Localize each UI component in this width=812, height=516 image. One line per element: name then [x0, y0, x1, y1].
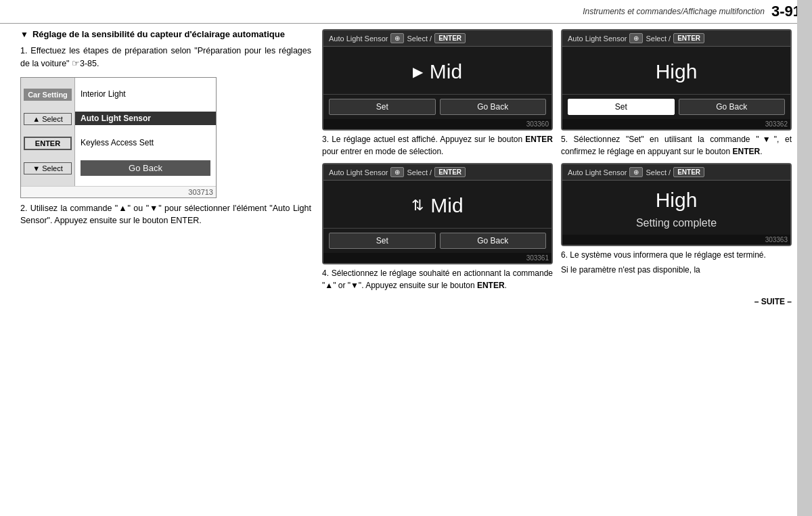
- mfd-body-1: ▶ Mid: [323, 47, 551, 94]
- mfd-set-btn-1[interactable]: Set: [329, 99, 436, 115]
- mfd-goback-btn-1[interactable]: Go Back: [440, 99, 547, 115]
- mfd-goback-btn-2[interactable]: Go Back: [440, 233, 547, 249]
- menu-item-interior-light[interactable]: Interior Light: [75, 87, 216, 101]
- mfd-enter-btn-4: ENTER: [673, 167, 704, 177]
- section-title-text: Réglage de la sensibilité du capteur d'é…: [32, 29, 285, 39]
- mfd-header-1: Auto Light Sensor ⊕ Select / ENTER: [323, 30, 551, 47]
- mfd-setting-complete: Setting complete: [636, 217, 717, 229]
- mfd-set-btn-2[interactable]: Set: [329, 233, 436, 249]
- screenshot-col-2: Auto Light Sensor ⊕ Select / ENTER High …: [561, 29, 792, 291]
- mfd-value-3: High: [656, 60, 698, 83]
- mfd-screen-1: Auto Light Sensor ⊕ Select / ENTER ▶ Mid…: [322, 29, 553, 158]
- mfd-footer-1: Set Go Back: [323, 94, 551, 119]
- mfd-body-4: High Setting complete: [562, 181, 790, 235]
- caption-4-line2: Si le paramètre n'est pas disponible, la: [561, 264, 792, 276]
- mfd-select-text-4: Select /: [646, 168, 671, 177]
- mfd-arrow-right-icon-1: ▶: [413, 64, 423, 80]
- car-setting-label: Car Setting: [24, 89, 72, 101]
- suite-text: – SUITE –: [754, 297, 792, 306]
- mfd-enter-btn-1: ENTER: [434, 33, 466, 43]
- mfd-header-2: Auto Light Sensor ⊕ Select / ENTER: [323, 164, 551, 181]
- mfd-footer-2: Set Go Back: [323, 228, 551, 253]
- left-column: ▼ Réglage de la sensibilité du capteur d…: [20, 29, 311, 291]
- caption-4-line1: 6. Le système vous informera que le régl…: [561, 249, 792, 261]
- mfd-goback-btn-3[interactable]: Go Back: [679, 99, 786, 115]
- mfd-arrows-updown-icon-2: ⇅: [411, 197, 424, 214]
- mfd-screen-4: Auto Light Sensor ⊕ Select / ENTER High …: [561, 163, 792, 276]
- mfd-enter-btn-3: ENTER: [673, 33, 704, 43]
- mfd-label-2: Auto Light Sensor: [329, 168, 388, 177]
- mfd-display-3: Auto Light Sensor ⊕ Select / ENTER High …: [561, 29, 792, 131]
- mfd-screen-3: Auto Light Sensor ⊕ Select / ENTER High …: [561, 29, 792, 158]
- step1-text: 1. Effectuez les étapes de préparation s…: [20, 45, 311, 70]
- select-down-btn[interactable]: ▼ Select: [24, 162, 72, 174]
- mfd-select-icon-4: ⊕: [629, 167, 643, 177]
- suite-footer: – SUITE –: [0, 297, 812, 306]
- mfd-select-icon-1: ⊕: [390, 33, 404, 43]
- sidebar-strip: [797, 0, 812, 516]
- content-area: ▼ Réglage de la sensibilité du capteur d…: [0, 29, 812, 291]
- page-header: Instruments et commandes/Affichage multi…: [0, 0, 812, 24]
- mfd-select-icon-3: ⊕: [629, 33, 643, 43]
- step2-text: 2. Utilisez la commande "▲" ou "▼" pour …: [20, 202, 311, 228]
- mfd-select-text-1: Select /: [407, 34, 432, 43]
- mfd-enter-btn-2: ENTER: [434, 167, 466, 177]
- mfd-header-4: Auto Light Sensor ⊕ Select / ENTER: [562, 164, 790, 181]
- mfd-value-1: Mid: [430, 60, 462, 83]
- mfd-set-btn-3[interactable]: Set: [568, 99, 675, 115]
- mfd-code-4: 303363: [562, 235, 790, 245]
- menu-item-go-back[interactable]: Go Back: [81, 160, 210, 176]
- mfd-body-3: High: [562, 47, 790, 94]
- menu-item-keyless-access[interactable]: Keyless Access Sett: [75, 136, 216, 149]
- car-setting-screen: Car Setting ▲ Select ENTER ▼ Select Inte…: [20, 77, 217, 198]
- mfd-display-1: Auto Light Sensor ⊕ Select / ENTER ▶ Mid…: [322, 29, 553, 131]
- mfd-screen-2: Auto Light Sensor ⊕ Select / ENTER ⇅ Mid…: [322, 163, 553, 291]
- car-screen-inner: Car Setting ▲ Select ENTER ▼ Select Inte…: [21, 78, 216, 186]
- screenshot-col-1: Auto Light Sensor ⊕ Select / ENTER ▶ Mid…: [322, 29, 553, 291]
- mfd-select-text-2: Select /: [407, 168, 432, 177]
- mfd-label-4: Auto Light Sensor: [568, 168, 627, 177]
- mfd-code-1: 303360: [323, 119, 551, 129]
- mfd-select-icon-2: ⊕: [390, 167, 404, 177]
- page-container: Instruments et commandes/Affichage multi…: [0, 0, 812, 516]
- mfd-code-2: 303361: [323, 253, 551, 263]
- caption-1: 3. Le réglage actuel est affiché. Appuye…: [322, 133, 553, 158]
- mfd-display-4: Auto Light Sensor ⊕ Select / ENTER High …: [561, 163, 792, 246]
- menu-item-auto-light-sensor[interactable]: Auto Light Sensor: [75, 112, 216, 125]
- right-columns: Auto Light Sensor ⊕ Select / ENTER ▶ Mid…: [322, 29, 792, 291]
- mfd-label-1: Auto Light Sensor: [329, 34, 388, 43]
- header-section-text: Instruments et commandes/Affichage multi…: [583, 7, 765, 16]
- mfd-body-2: ⇅ Mid: [323, 181, 551, 228]
- mfd-value-2: Mid: [430, 194, 463, 217]
- car-screen-code: 303713: [21, 186, 216, 197]
- caption-3: 5. Sélectionnez "Set" en utilisant la co…: [561, 133, 792, 158]
- mfd-display-2: Auto Light Sensor ⊕ Select / ENTER ⇅ Mid…: [322, 163, 553, 264]
- section-triangle-icon: ▼: [20, 30, 28, 39]
- car-screen-menu: Interior Light Auto Light Sensor Keyless…: [75, 78, 216, 186]
- mfd-header-3: Auto Light Sensor ⊕ Select / ENTER: [562, 30, 790, 47]
- mfd-footer-3: Set Go Back: [562, 94, 790, 119]
- car-screen-left-panel: Car Setting ▲ Select ENTER ▼ Select: [21, 78, 75, 186]
- mfd-code-3: 303362: [562, 119, 790, 129]
- caption-2: 4. Sélectionnez le réglage souhaité en a…: [322, 267, 553, 291]
- select-up-btn[interactable]: ▲ Select: [24, 113, 72, 125]
- mfd-label-3: Auto Light Sensor: [568, 34, 627, 43]
- enter-btn[interactable]: ENTER: [24, 137, 72, 150]
- mfd-value-4: High: [656, 189, 698, 212]
- mfd-select-text-3: Select /: [646, 34, 671, 43]
- section-title-block: ▼ Réglage de la sensibilité du capteur d…: [20, 29, 311, 39]
